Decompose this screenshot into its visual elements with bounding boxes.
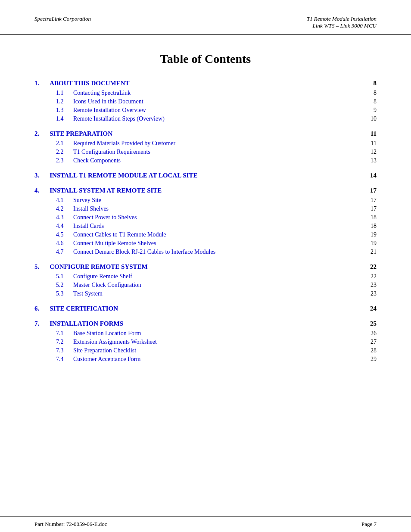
item-label-1-0[interactable]: Required Materials Provided by Customer bbox=[73, 140, 175, 147]
item-sub-4-1: 5.2 bbox=[56, 282, 69, 289]
item-label-0-0[interactable]: Contacting SpectraLink bbox=[73, 90, 131, 96]
item-label-4-2[interactable]: Test System bbox=[73, 290, 103, 297]
item-sub-4-0: 5.1 bbox=[56, 273, 69, 280]
section-num-0: 1. bbox=[34, 80, 39, 87]
item-page-0-2: 9 bbox=[374, 107, 377, 114]
toc-item-3-5[interactable]: 4.6Connect Multiple Remote Shelves19 bbox=[34, 240, 377, 247]
item-page-6-1: 27 bbox=[371, 339, 377, 345]
toc-section-6[interactable]: 6.SITE CERTIFICATION24 bbox=[34, 305, 377, 312]
item-sub-3-6: 4.7 bbox=[56, 249, 69, 255]
toc-item-0-3[interactable]: 1.4Remote Installation Steps (Overview)1… bbox=[34, 115, 377, 122]
section-label-0[interactable]: ABOUT THIS DOCUMENT bbox=[50, 80, 129, 87]
item-sub-3-0: 4.1 bbox=[56, 197, 69, 204]
item-label-3-0[interactable]: Survey Site bbox=[73, 197, 101, 204]
section-page-4: 22 bbox=[370, 263, 377, 271]
item-sub-1-1: 2.2 bbox=[56, 149, 69, 156]
item-page-3-1: 17 bbox=[371, 205, 377, 212]
toc-item-4-0[interactable]: 5.1Configure Remote Shelf22 bbox=[34, 273, 377, 280]
toc-item-0-2[interactable]: 1.3Remote Installation Overview9 bbox=[34, 107, 377, 114]
toc-item-0-0[interactable]: 1.1Contacting SpectraLink8 bbox=[34, 90, 377, 96]
toc-item-4-2[interactable]: 5.3Test System23 bbox=[34, 290, 377, 297]
item-label-3-1[interactable]: Install Shelves bbox=[73, 205, 109, 212]
toc-item-3-2[interactable]: 4.3Connect Power to Shelves18 bbox=[34, 214, 377, 221]
item-label-1-1[interactable]: T1 Configuration Requirements bbox=[73, 149, 150, 156]
item-sub-0-3: 1.4 bbox=[56, 115, 69, 122]
item-sub-1-0: 2.1 bbox=[56, 140, 69, 147]
item-page-3-5: 19 bbox=[371, 240, 377, 247]
section-num-3: 4. bbox=[34, 187, 39, 194]
toc-item-6-3[interactable]: 7.4Customer Acceptance Form29 bbox=[34, 356, 377, 363]
item-label-6-1[interactable]: Extension Assignments Worksheet bbox=[73, 339, 157, 345]
item-label-3-4[interactable]: Connect Cables to T1 Remote Module bbox=[73, 231, 166, 238]
item-page-3-3: 18 bbox=[371, 223, 377, 230]
section-label-1[interactable]: SITE PREPARATION bbox=[50, 130, 112, 137]
item-page-3-6: 21 bbox=[371, 249, 377, 255]
item-label-0-3[interactable]: Remote Installation Steps (Overview) bbox=[73, 115, 165, 122]
item-sub-3-5: 4.6 bbox=[56, 240, 69, 247]
section-label-3[interactable]: INSTALL SYSTEM AT REMOTE SITE bbox=[50, 187, 162, 194]
item-label-6-0[interactable]: Base Station Location Form bbox=[73, 330, 141, 337]
item-page-0-0: 8 bbox=[374, 90, 377, 96]
item-page-1-2: 13 bbox=[371, 157, 377, 164]
section-label-4[interactable]: CONFIGURE REMOTE SYSTEM bbox=[50, 263, 148, 271]
toc-content: Table of Contents 1.ABOUT THIS DOCUMENT8… bbox=[0, 35, 411, 390]
toc-section-2[interactable]: 2.SITE PREPARATION11 bbox=[34, 130, 377, 137]
item-label-4-0[interactable]: Configure Remote Shelf bbox=[73, 273, 132, 280]
item-page-3-0: 17 bbox=[371, 197, 377, 204]
toc-item-4-1[interactable]: 5.2Master Clock Configuration23 bbox=[34, 282, 377, 289]
toc-section-7[interactable]: 7.INSTALLATION FORMS25 bbox=[34, 320, 377, 327]
header-title-line2: Link WTS – Link 3000 MCU bbox=[307, 22, 377, 29]
toc-item-3-6[interactable]: 4.7Connect Demarc Block RJ-21 Cables to … bbox=[34, 249, 377, 255]
header-doc-title: T1 Remote Module Installation Link WTS –… bbox=[307, 16, 377, 29]
item-label-6-3[interactable]: Customer Acceptance Form bbox=[73, 356, 140, 363]
item-sub-4-2: 5.3 bbox=[56, 290, 69, 297]
item-label-0-2[interactable]: Remote Installation Overview bbox=[73, 107, 146, 114]
item-page-3-4: 19 bbox=[371, 231, 377, 238]
toc-section-5[interactable]: 5.CONFIGURE REMOTE SYSTEM22 bbox=[34, 263, 377, 271]
toc-container: 1.ABOUT THIS DOCUMENT81.1Contacting Spec… bbox=[34, 80, 377, 363]
item-page-6-2: 28 bbox=[371, 347, 377, 354]
section-num-1: 2. bbox=[34, 130, 39, 137]
item-sub-0-2: 1.3 bbox=[56, 107, 69, 114]
toc-item-0-1[interactable]: 1.2Icons Used in this Document8 bbox=[34, 98, 377, 105]
toc-section-4[interactable]: 4.INSTALL SYSTEM AT REMOTE SITE17 bbox=[34, 187, 377, 194]
section-num-6: 7. bbox=[34, 320, 39, 327]
toc-section-3[interactable]: 3.INSTALL T1 REMOTE MODULE AT LOCAL SITE… bbox=[34, 172, 377, 179]
item-page-3-2: 18 bbox=[371, 214, 377, 221]
item-page-0-3: 10 bbox=[371, 115, 377, 122]
toc-item-1-2[interactable]: 2.3Check Components13 bbox=[34, 157, 377, 164]
item-label-3-6[interactable]: Connect Demarc Block RJ-21 Cables to Int… bbox=[73, 249, 215, 255]
item-page-6-3: 29 bbox=[371, 356, 377, 363]
toc-item-6-2[interactable]: 7.3Site Preparation Checklist28 bbox=[34, 347, 377, 354]
toc-item-6-0[interactable]: 7.1Base Station Location Form26 bbox=[34, 330, 377, 337]
item-label-4-1[interactable]: Master Clock Configuration bbox=[73, 282, 141, 289]
item-label-1-2[interactable]: Check Components bbox=[73, 157, 121, 164]
section-page-0: 8 bbox=[374, 80, 377, 87]
section-label-2[interactable]: INSTALL T1 REMOTE MODULE AT LOCAL SITE bbox=[50, 172, 197, 179]
page-title: Table of Contents bbox=[34, 52, 377, 66]
item-sub-6-1: 7.2 bbox=[56, 339, 69, 345]
item-page-6-0: 26 bbox=[371, 330, 377, 337]
item-sub-6-0: 7.1 bbox=[56, 330, 69, 337]
toc-item-3-1[interactable]: 4.2Install Shelves17 bbox=[34, 205, 377, 212]
toc-item-6-1[interactable]: 7.2Extension Assignments Worksheet27 bbox=[34, 339, 377, 345]
toc-item-3-3[interactable]: 4.4Install Cards18 bbox=[34, 223, 377, 230]
item-label-3-2[interactable]: Connect Power to Shelves bbox=[73, 214, 137, 221]
toc-item-1-0[interactable]: 2.1Required Materials Provided by Custom… bbox=[34, 140, 377, 147]
footer-part-number: Part Number: 72-0059-06-E.doc bbox=[34, 521, 107, 528]
item-sub-3-3: 4.4 bbox=[56, 223, 69, 230]
item-label-0-1[interactable]: Icons Used in this Document bbox=[73, 98, 143, 105]
section-page-2: 14 bbox=[370, 172, 377, 179]
section-label-6[interactable]: INSTALLATION FORMS bbox=[50, 320, 123, 327]
item-sub-0-0: 1.1 bbox=[56, 90, 69, 96]
toc-item-3-0[interactable]: 4.1Survey Site17 bbox=[34, 197, 377, 204]
toc-item-3-4[interactable]: 4.5Connect Cables to T1 Remote Module19 bbox=[34, 231, 377, 238]
item-label-3-5[interactable]: Connect Multiple Remote Shelves bbox=[73, 240, 156, 247]
toc-item-1-1[interactable]: 2.2T1 Configuration Requirements12 bbox=[34, 149, 377, 156]
item-label-6-2[interactable]: Site Preparation Checklist bbox=[73, 347, 136, 354]
toc-section-1[interactable]: 1.ABOUT THIS DOCUMENT8 bbox=[34, 80, 377, 87]
section-label-5[interactable]: SITE CERTIFICATION bbox=[50, 305, 118, 312]
item-sub-6-3: 7.4 bbox=[56, 356, 69, 363]
section-page-3: 17 bbox=[370, 187, 377, 194]
item-label-3-3[interactable]: Install Cards bbox=[73, 223, 104, 230]
